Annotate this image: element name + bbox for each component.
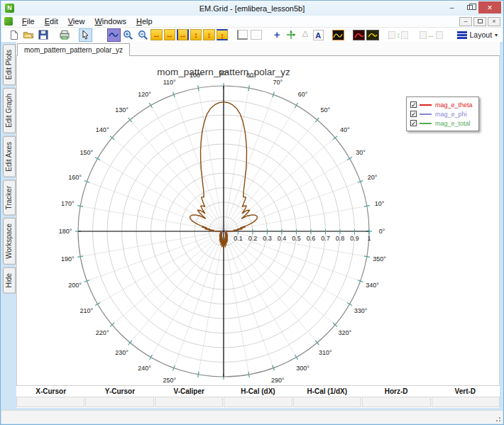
- new-file-button[interactable]: [8, 28, 21, 42]
- sidebar-tab-edit-axes[interactable]: Edit Axes: [3, 136, 16, 177]
- v-arrows-icon: ↕: [396, 31, 400, 39]
- svg-text:230°: 230°: [115, 349, 128, 356]
- save-icon: [38, 30, 48, 40]
- crosshair-button[interactable]: +: [270, 28, 283, 41]
- minimize-button[interactable]: –: [443, 1, 461, 13]
- h-expand-button[interactable]: ↔: [150, 29, 162, 40]
- svg-text:0.9: 0.9: [350, 235, 359, 242]
- legend-label: mag_e_phi: [435, 111, 467, 118]
- menu-edit[interactable]: Edit: [40, 16, 63, 26]
- pane-icon: [401, 31, 408, 39]
- layout-button[interactable]: Layout ▾: [452, 28, 503, 41]
- sidebar-tab-workspace[interactable]: Workspace: [3, 218, 16, 265]
- svg-text:260°: 260°: [190, 384, 203, 385]
- legend-checkbox[interactable]: ✓: [410, 101, 417, 108]
- frame-left-button[interactable]: [237, 30, 248, 40]
- waveform-icon: [109, 31, 119, 39]
- cursor-col-header: H-Cal (1/dX): [292, 387, 361, 395]
- sidebar-tab-hide[interactable]: Hide: [3, 267, 16, 294]
- svg-text:310°: 310°: [319, 349, 332, 356]
- legend-label: mag_e_total: [435, 120, 471, 127]
- svg-text:170°: 170°: [61, 200, 75, 207]
- svg-text:300°: 300°: [296, 365, 309, 372]
- legend-checkbox[interactable]: ✓: [410, 120, 417, 126]
- svg-text:0.2: 0.2: [248, 235, 258, 242]
- close-button[interactable]: ×: [478, 1, 501, 13]
- menu-help[interactable]: Help: [131, 16, 158, 26]
- frame-box-button[interactable]: [251, 30, 262, 40]
- cursor-col-header: Vert-D: [431, 387, 500, 395]
- tracker-button[interactable]: [285, 28, 297, 42]
- text-label-button[interactable]: A: [313, 30, 324, 40]
- zoom-out-icon: [138, 30, 148, 40]
- svg-text:0.8: 0.8: [336, 235, 345, 242]
- resize-grip[interactable]: [494, 415, 501, 422]
- h-tile-button[interactable]: ↔: [420, 31, 443, 39]
- h-arrows-icon: ↔: [427, 31, 435, 39]
- plot-style-button[interactable]: [332, 30, 344, 40]
- svg-text:240°: 240°: [138, 365, 151, 372]
- h-fit-button[interactable]: ↔: [177, 29, 189, 40]
- mdi-minimize-button[interactable]: –: [459, 17, 472, 26]
- pointer-select-button[interactable]: [79, 28, 92, 42]
- svg-text:30°: 30°: [356, 149, 366, 156]
- svg-text:250°: 250°: [163, 377, 176, 384]
- menu-file[interactable]: File: [17, 16, 40, 26]
- app-window: N EM.Grid - [emlibera_lesson5b] – × File…: [0, 0, 504, 425]
- cursor-value-cell: [362, 397, 430, 407]
- svg-text:0°: 0°: [379, 228, 385, 235]
- zoom-out-button[interactable]: [136, 28, 149, 42]
- svg-text:20°: 20°: [368, 174, 378, 181]
- svg-text:160°: 160°: [68, 174, 82, 181]
- mdi-restore-icon: [478, 19, 483, 23]
- save-button[interactable]: [36, 28, 49, 42]
- open-button[interactable]: [22, 28, 35, 42]
- sidebar-tab-edit-graph[interactable]: Edit Graph: [3, 88, 16, 133]
- status-bar: [1, 410, 503, 424]
- sidebar-tab-tracker[interactable]: Tracker: [3, 180, 16, 216]
- svg-text:0.1: 0.1: [234, 235, 243, 242]
- cursor-col-header: Horz-D: [361, 387, 430, 395]
- cursor-col-header: Y-Cursor: [85, 387, 154, 395]
- document-icon: [4, 17, 13, 26]
- layout-icon: [457, 31, 467, 39]
- cursor-col-header: V-Caliper: [155, 387, 224, 395]
- open-folder-icon: [23, 30, 34, 40]
- mdi-close-button[interactable]: ×: [488, 17, 500, 26]
- tab-polar-plot[interactable]: mom_pattern_pattern_polar_yz: [17, 43, 130, 56]
- zoom-in-icon: [123, 30, 133, 40]
- menu-view[interactable]: View: [63, 16, 90, 26]
- v-shrink-button[interactable]: ↕: [203, 29, 214, 40]
- sidebar-tab-edit-plots[interactable]: Edit Plots: [3, 44, 16, 85]
- yellow-curve-view-button[interactable]: [366, 30, 378, 40]
- triangle-marker-button[interactable]: △: [299, 28, 311, 41]
- svg-text:0.7: 0.7: [321, 235, 330, 242]
- style-curve-icon: [333, 31, 343, 39]
- print-button[interactable]: [57, 28, 70, 42]
- pan-plot-button[interactable]: [107, 28, 120, 42]
- v-fit-button[interactable]: ↕: [217, 29, 228, 40]
- h-shrink-button[interactable]: ↔: [164, 29, 175, 40]
- svg-text:50°: 50°: [321, 106, 331, 114]
- legend-label: mag_e_theta: [435, 101, 473, 109]
- svg-text:0.5: 0.5: [292, 235, 301, 242]
- svg-text:0.3: 0.3: [263, 235, 272, 242]
- legend-checkbox[interactable]: ✓: [410, 111, 417, 117]
- v-tile-button[interactable]: ↕: [388, 31, 408, 39]
- mdi-restore-button[interactable]: [473, 17, 486, 26]
- menu-bar: File Edit View Windows Help – ×: [1, 16, 503, 28]
- svg-text:350°: 350°: [373, 255, 386, 263]
- svg-text:70°: 70°: [273, 79, 283, 86]
- svg-text:210°: 210°: [80, 307, 94, 314]
- svg-text:180°: 180°: [59, 228, 72, 235]
- svg-text:110°: 110°: [163, 79, 176, 86]
- toolbar: ↔ ↔ ↔ ↕ ↕ ↕ + △ A ↕: [1, 28, 503, 43]
- cursor-value-cell: [224, 397, 292, 407]
- cursor-value-cell: [293, 397, 361, 407]
- menu-windows[interactable]: Windows: [89, 16, 131, 26]
- restore-button[interactable]: [461, 1, 478, 13]
- red-curve-icon: [354, 31, 364, 39]
- zoom-in-button[interactable]: [122, 28, 135, 42]
- v-expand-button[interactable]: ↕: [190, 29, 202, 40]
- red-curve-view-button[interactable]: [353, 30, 365, 40]
